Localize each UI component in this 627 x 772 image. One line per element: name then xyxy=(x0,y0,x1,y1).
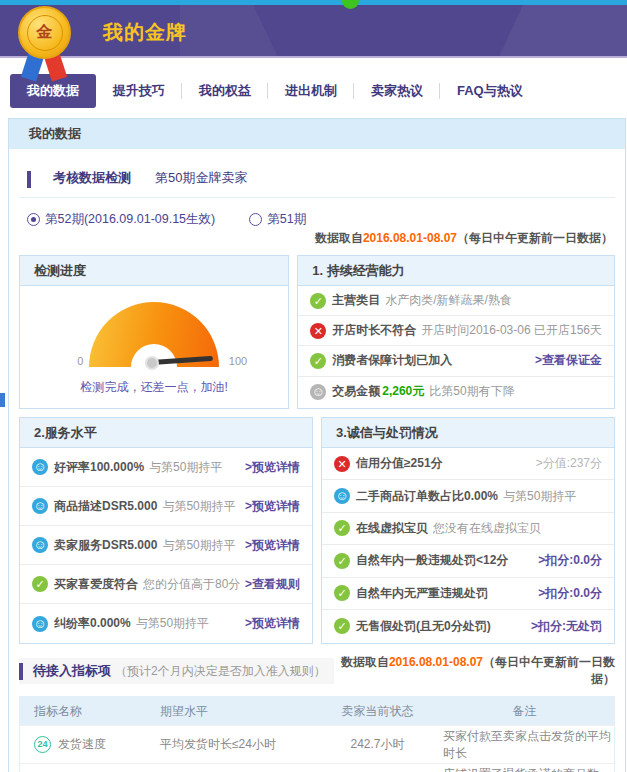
date-range: 2016.08.01-08.07 xyxy=(363,231,457,245)
row-detail: 与第50期持平 xyxy=(162,537,235,554)
col-header-expect: 期望水平 xyxy=(160,697,320,725)
row-detail: 比第50期有下降 xyxy=(429,383,514,400)
panel-1-title: 1. 持续经营能力 xyxy=(298,256,614,286)
row-label: 无售假处罚(且无0分处罚) xyxy=(356,618,491,635)
row-label: 主营类目 xyxy=(332,292,380,309)
subtab-accent-bar xyxy=(27,171,31,188)
section-title: 我的数据 xyxy=(9,119,625,149)
cell-expect: 平均发货时长≤24小时 xyxy=(160,736,320,753)
row-detail: 您的分值高于80分 xyxy=(143,576,240,593)
tab-4[interactable]: 进出机制 xyxy=(268,74,354,108)
cell-remark: 买家付款至卖家点击发货的平均时长 xyxy=(435,728,614,762)
pending-accent-bar xyxy=(19,663,23,680)
subtab-2[interactable]: 第50期金牌卖家 xyxy=(143,165,259,197)
panel-row: ☺纠纷率0.000%与第50期持平>预览详情 xyxy=(20,604,312,643)
row-link[interactable]: >预览详情 xyxy=(245,537,300,554)
row-label: 在线虚拟宝贝 xyxy=(356,520,428,537)
table-row: 24发货速度平均发货时长≤24小时242.7小时买家付款至卖家点击发货的平均时长 xyxy=(20,725,614,763)
cross-icon: ✕ xyxy=(310,323,326,339)
cell-remark: 店铺设置了退货承诺的商品数量，点击设置 xyxy=(435,766,614,772)
row-detail: 与第50期持平 xyxy=(149,459,222,476)
check-icon: ✓ xyxy=(32,576,48,592)
sub-tab-bar: 考核数据检测第50期金牌卖家 xyxy=(19,159,615,198)
row-detail: 与第50期持平 xyxy=(503,488,576,505)
panel-row: ✕开店时长不符合开店时间2016-03-06 已开店156天 xyxy=(298,316,614,346)
row-label: 信用分值≥251分 xyxy=(356,455,443,472)
row-label: 卖家服务DSR5.000 xyxy=(54,537,157,554)
panel-row: ☺商品描述DSR5.000与第50期持平>预览详情 xyxy=(20,487,312,526)
row-label: 自然年内无严重违规处罚 xyxy=(356,585,488,602)
cell-name: 24发货速度 xyxy=(20,736,160,753)
panel-row: ✓消费者保障计划已加入>查看保证金 xyxy=(298,346,614,376)
row-label: 商品描述DSR5.000 xyxy=(54,498,157,515)
pending-metrics-table: 指标名称 期望水平 卖家当前状态 备注 24发货速度平均发货时长≤24小时242… xyxy=(19,696,615,772)
row-detail: 开店时间2016-03-06 已开店156天 xyxy=(421,322,602,339)
tab-2[interactable]: 提升技巧 xyxy=(96,74,182,108)
panel-2: 2.服务水平 ☺好评率100.000%与第50期持平>预览详情☺商品描述DSR5… xyxy=(19,417,313,644)
panel-row: ☺卖家服务DSR5.000与第50期持平>预览详情 xyxy=(20,526,312,565)
panel-row: ☺二手商品订单数占比0.00%与第50期持平 xyxy=(322,480,614,512)
check-icon: ✓ xyxy=(334,585,350,601)
row-link[interactable]: >扣分:0.0分 xyxy=(538,552,602,569)
pending-title: 待接入指标项 xyxy=(33,662,111,680)
gauge-min-label: 0 xyxy=(77,355,83,367)
row-link[interactable]: >预览详情 xyxy=(245,498,300,515)
check-icon: ✓ xyxy=(310,293,326,309)
panel-row: ✓在线虚拟宝贝您没有在线虚拟宝贝 xyxy=(322,513,614,545)
main-tab-bar: 我的数据提升技巧我的权益进出机制卖家热议FAQ与热议 xyxy=(0,58,627,118)
pending-section-header: 待接入指标项 （预计2个月内决定是否加入准入规则） 数据取自2016.08.01… xyxy=(19,654,615,688)
row-link[interactable]: >预览详情 xyxy=(245,615,300,632)
subtab-1[interactable]: 考核数据检测 xyxy=(41,165,143,197)
row-label: 纠纷率0.000% xyxy=(54,615,131,632)
row-label: 交易金额 xyxy=(332,383,380,400)
smile-icon: ☺ xyxy=(32,498,48,514)
row-label: 消费者保障计划已加入 xyxy=(332,352,452,369)
panel-row: ✓主营类目水产肉类/新鲜蔬果/熟食 xyxy=(298,286,614,316)
data-source-note: 数据取自2016.08.01-08.07（每日中午更新前一日数据） xyxy=(19,230,613,247)
row-detail: 与第50期持平 xyxy=(162,498,235,515)
row-label: 二手商品订单数占比0.00% xyxy=(356,488,498,505)
medal-coin: 金 xyxy=(18,6,71,59)
remark-text: 买家付款至卖家点击发货的平均时长 xyxy=(443,729,611,760)
radio-label: 第51期 xyxy=(267,211,306,228)
radio-dot xyxy=(27,213,40,226)
cross-icon: ✕ xyxy=(334,456,350,472)
row-link[interactable]: >预览详情 xyxy=(245,459,300,476)
check-icon: ✓ xyxy=(334,618,350,634)
smile-icon: ☺ xyxy=(334,488,350,504)
data-source-note-2: 数据取自2016.08.01-08.07（每日中午更新前一日数据） xyxy=(334,654,615,688)
progress-gauge: 0 100 xyxy=(89,302,219,367)
row-detail: 与第50期持平 xyxy=(136,615,209,632)
gauge-max-label: 100 xyxy=(229,355,247,367)
pending-note: （预计2个月内决定是否加入准入规则） xyxy=(115,663,326,680)
tab-6[interactable]: FAQ与热议 xyxy=(440,74,540,108)
radio-label: 第52期(2016.09.01-09.15生效) xyxy=(45,211,215,228)
panel-progress-title: 检测进度 xyxy=(20,256,288,286)
panel-row: ☺交易金额2,260元比第50期有下降 xyxy=(298,377,614,407)
col-header-remark: 备注 xyxy=(435,697,614,725)
row-link[interactable]: >扣分:0.0分 xyxy=(538,585,602,602)
gold-medal-icon: 金 xyxy=(16,6,74,84)
发货速度-icon: 24 xyxy=(34,736,51,753)
metric-name: 发货速度 xyxy=(58,736,106,753)
tab-5[interactable]: 卖家热议 xyxy=(354,74,440,108)
period-radio-1[interactable]: 第52期(2016.09.01-09.15生效) xyxy=(27,211,215,228)
tab-3[interactable]: 我的权益 xyxy=(182,74,268,108)
edge-scroll-chip[interactable] xyxy=(0,393,5,407)
smile-icon: ☺ xyxy=(32,616,48,632)
check-icon: ✓ xyxy=(334,520,350,536)
period-radio-group: 第52期(2016.09.01-09.15生效)第51期 xyxy=(27,211,615,228)
row-link[interactable]: >扣分:无处罚 xyxy=(531,618,602,635)
panel-progress: 检测进度 0 100 检测完成，还差一点，加油! xyxy=(19,255,289,409)
row-link[interactable]: >查看保证金 xyxy=(535,352,602,369)
radio-dot xyxy=(249,213,262,226)
col-header-status: 卖家当前状态 xyxy=(320,697,435,725)
panel-row: ✓无售假处罚(且无0分处罚)>扣分:无处罚 xyxy=(322,610,614,642)
panel-1: 1. 持续经营能力 ✓主营类目水产肉类/新鲜蔬果/熟食✕开店时长不符合开店时间2… xyxy=(297,255,615,409)
period-radio-2[interactable]: 第51期 xyxy=(249,211,306,228)
row-value: 2,260元 xyxy=(382,383,424,400)
row-link[interactable]: >查看规则 xyxy=(245,576,300,593)
row-detail: 水产肉类/新鲜蔬果/熟食 xyxy=(385,292,512,309)
row-label: 买家喜爱度符合 xyxy=(54,576,138,593)
page-title: 我的金牌 xyxy=(103,19,187,46)
